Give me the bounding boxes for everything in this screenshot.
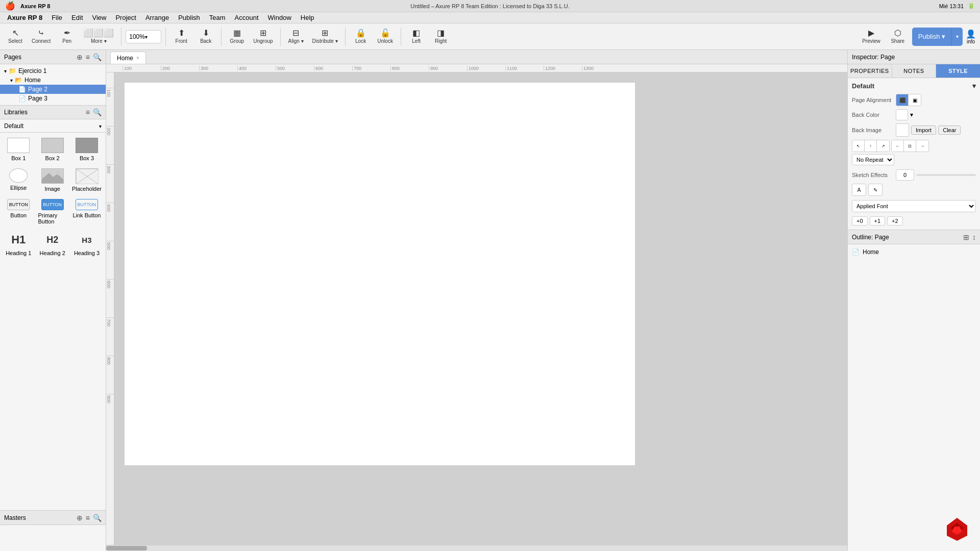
menu-view[interactable]: View	[88, 13, 111, 22]
menu-axure[interactable]: Axure RP 8	[3, 13, 46, 22]
img-pos-right[interactable]: →	[916, 140, 928, 152]
lib-item-image[interactable]: Image	[36, 165, 68, 195]
outline-filter-icon[interactable]: ⊞	[963, 233, 969, 241]
left-btn[interactable]: ◧ Left	[405, 26, 428, 48]
sketch-slider[interactable]	[916, 174, 976, 176]
tree-item-page2[interactable]: 📄 Page 2	[0, 85, 106, 94]
import-btn[interactable]: Import	[911, 126, 936, 135]
lib-item-button[interactable]: BUTTON Button	[2, 196, 35, 228]
tab-home[interactable]: Home ×	[110, 52, 146, 64]
clear-btn[interactable]: Clear	[938, 126, 961, 135]
libraries-title: Libraries	[4, 109, 28, 116]
repeat-select[interactable]: No Repeat Repeat Repeat X Repeat Y	[852, 154, 894, 165]
right-btn[interactable]: ◨ Right	[430, 26, 452, 48]
menu-file[interactable]: File	[47, 13, 66, 22]
distribute-btn[interactable]: ⊞ Distribute ▾	[309, 26, 341, 48]
publish-main-label[interactable]: Publish ▾	[912, 28, 952, 46]
lib-selector[interactable]: Default	[0, 119, 106, 133]
group-btn[interactable]: ▦ Group	[226, 26, 248, 48]
hscrollbar[interactable]	[106, 545, 847, 551]
align-left-btn[interactable]: ⬛	[896, 94, 909, 106]
pages-menu-icon[interactable]: ≡	[86, 53, 90, 61]
front-btn[interactable]: ⬆ Front	[170, 26, 192, 48]
pages-add-icon[interactable]: ⊕	[77, 53, 83, 61]
lock-btn[interactable]: 🔒 Lock	[350, 26, 372, 48]
lib-search-icon[interactable]: 🔍	[93, 108, 102, 116]
lib-item-link-button[interactable]: BUTTON Link Button	[70, 196, 104, 228]
lib-item-h3[interactable]: H3 Heading 3	[70, 229, 104, 259]
back-btn[interactable]: ⬇ Back	[194, 26, 217, 48]
img-pos-topright[interactable]: ↗	[877, 140, 889, 152]
share-btn[interactable]: ⬡ Share	[887, 26, 909, 48]
sketch-icon-btn1[interactable]: A	[852, 184, 866, 196]
align-center-btn[interactable]: ▣	[909, 94, 921, 106]
apple-logo[interactable]: 🍎	[5, 1, 15, 11]
publish-arrow[interactable]: ▾	[952, 28, 963, 46]
unlock-btn[interactable]: 🔓 Unlock	[374, 26, 397, 48]
lib-item-box3[interactable]: Box 3	[70, 135, 104, 164]
ungroup-btn[interactable]: ⊞ Ungroup	[250, 26, 276, 48]
canvas-container[interactable]	[114, 72, 847, 545]
back-color-swatch[interactable]	[896, 109, 908, 120]
lib-item-box2[interactable]: Box 2	[36, 135, 68, 164]
menu-edit[interactable]: Edit	[67, 13, 87, 22]
menu-window[interactable]: Window	[264, 13, 296, 22]
tab-style[interactable]: STYLE	[936, 64, 980, 78]
info-btn[interactable]: 👤 info	[966, 29, 976, 44]
lib-item-primary-button[interactable]: BUTTON Primary Button	[36, 196, 68, 228]
img-pos-top[interactable]: ↑	[865, 140, 877, 152]
img-pos-left[interactable]: ←	[892, 140, 904, 152]
select-tool[interactable]: ↖ Select	[4, 26, 27, 48]
lib-selector-chevron	[99, 122, 102, 130]
section-collapse-icon[interactable]: ▾	[972, 82, 976, 90]
ruler-mark-1000: 1000	[467, 66, 505, 71]
menu-publish[interactable]: Publish	[174, 13, 204, 22]
img-pos-topleft[interactable]: ↖	[852, 140, 865, 152]
preview-btn[interactable]: ▶ Preview	[859, 26, 884, 48]
font-size-2[interactable]: +2	[887, 216, 903, 226]
lib-item-ellipse[interactable]: Ellipse	[2, 165, 35, 195]
hscroll-thumb[interactable]	[106, 546, 147, 550]
app-name-menu[interactable]: Axure RP 8	[20, 3, 51, 9]
masters-panel: Masters ⊕ ≡ 🔍	[0, 510, 106, 551]
menu-help[interactable]: Help	[297, 13, 318, 22]
canvas-scroll[interactable]: 100 200 300 400 500 600 700 800 900	[106, 72, 847, 545]
publish-btn[interactable]: Publish ▾ ▾	[912, 28, 963, 46]
home-folder-icon: 📂	[15, 77, 22, 84]
outline-expand-icon[interactable]: ↕	[972, 233, 976, 241]
zoom-control[interactable]: 100%	[126, 30, 161, 43]
connect-tool[interactable]: ⤷ Connect	[29, 26, 54, 48]
image-pos-group2: ← ⊡ →	[891, 140, 929, 152]
tab-properties[interactable]: PROPERTIES	[848, 64, 892, 78]
back-color-dropdown-icon[interactable]: ▾	[910, 111, 913, 118]
masters-menu-icon[interactable]: ≡	[86, 514, 90, 522]
more-tool[interactable]: ⬜⬜⬜ More ▾	[80, 26, 117, 48]
tree-item-page3[interactable]: 📄 Page 3	[0, 94, 106, 103]
tab-notes[interactable]: NOTES	[892, 64, 937, 78]
masters-add-icon[interactable]: ⊕	[77, 514, 83, 522]
sketch-value-input[interactable]	[896, 169, 914, 181]
menu-project[interactable]: Project	[111, 13, 140, 22]
lib-item-h2[interactable]: H2 Heading 2	[36, 229, 68, 259]
menu-account[interactable]: Account	[231, 13, 263, 22]
pen-tool[interactable]: ✒ Pen	[56, 26, 78, 48]
pages-search-icon[interactable]: 🔍	[93, 53, 102, 61]
tree-item-ejercicio1[interactable]: ▾ 📁 Ejercicio 1	[0, 66, 106, 76]
menu-team[interactable]: Team	[205, 13, 230, 22]
lib-item-h1[interactable]: H1 Heading 1	[2, 229, 35, 259]
font-size-0[interactable]: +0	[852, 216, 868, 226]
menu-arrange[interactable]: Arrange	[141, 13, 173, 22]
align-btn[interactable]: ⊟ Align ▾	[285, 26, 307, 48]
font-size-1[interactable]: +1	[870, 216, 886, 226]
sketch-icon-btn2[interactable]: ✎	[868, 184, 883, 196]
tab-close-icon[interactable]: ×	[136, 55, 139, 61]
back-image-row: Back Image Import Clear	[852, 123, 976, 137]
masters-search-icon[interactable]: 🔍	[93, 514, 102, 522]
lib-menu-icon[interactable]: ≡	[86, 108, 90, 116]
applied-font-select[interactable]: Applied Font	[852, 200, 976, 212]
tree-item-home[interactable]: ▾ 📂 Home	[0, 76, 106, 85]
img-pos-center[interactable]: ⊡	[904, 140, 916, 152]
outline-item-home[interactable]: 📄 Home	[852, 247, 976, 257]
lib-item-box1[interactable]: Box 1	[2, 135, 35, 164]
lib-item-placeholder[interactable]: Placeholder	[70, 165, 104, 195]
